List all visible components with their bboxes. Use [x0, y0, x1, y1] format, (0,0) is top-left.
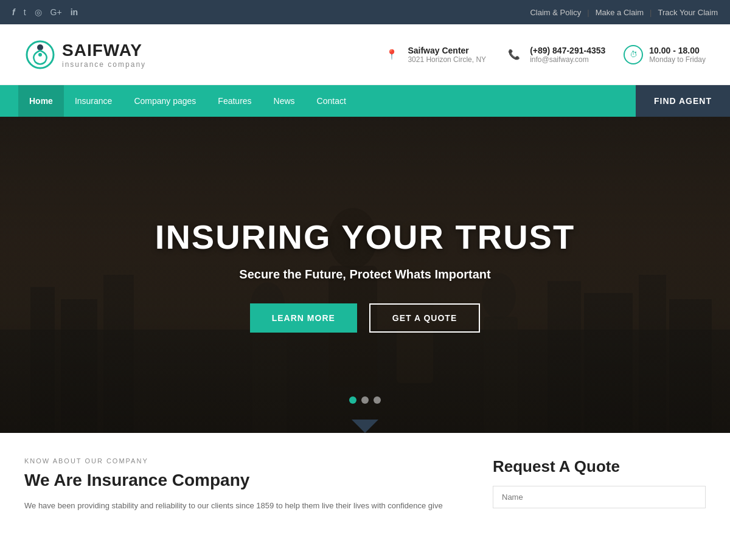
hero-subtitle: Secure the Future, Protect Whats Importa…: [155, 268, 575, 282]
twitter-link[interactable]: t: [24, 7, 26, 17]
clock-icon: ⏱: [624, 45, 643, 64]
company-title: We Are Insurance Company: [24, 471, 468, 490]
site-header: SAIFWAY insurance company 📍 Saifway Cent…: [0, 24, 730, 85]
hero-buttons: LEARN MORE GET A QUOTE: [155, 303, 575, 333]
logo-text: SAIFWAY insurance company: [62, 41, 146, 69]
email-address: info@saifway.com: [530, 55, 605, 64]
nav-features[interactable]: Features: [207, 85, 262, 117]
hours-days: Monday to Friday: [649, 55, 706, 64]
contact-hours: ⏱ 10.00 - 18.00 Monday to Friday: [624, 45, 706, 64]
dot-1[interactable]: [349, 396, 356, 404]
linkedin-link[interactable]: in: [71, 7, 78, 17]
header-contacts: 📍 Saifway Center 3021 Horizon Circle, NY…: [382, 45, 706, 64]
get-quote-button[interactable]: GET A QUOTE: [369, 303, 480, 333]
location-text: Saifway Center 3021 Horizon Circle, NY: [408, 46, 486, 64]
facebook-link[interactable]: f: [12, 7, 15, 17]
company-description: We have been providing stability and rel…: [24, 500, 468, 513]
make-claim-link[interactable]: Make a Claim: [596, 8, 644, 17]
nav-links: Home Insurance Company pages Features Ne…: [0, 85, 636, 117]
logo-name: SAIFWAY: [62, 41, 146, 60]
company-info: KNOW ABOUT OUR COMPANY We Are Insurance …: [24, 457, 468, 513]
logo-tagline: insurance company: [62, 60, 146, 69]
social-links: f t ◎ G+ in: [12, 7, 78, 17]
logo[interactable]: SAIFWAY insurance company: [24, 39, 146, 71]
contact-phone: 📞 (+89) 847-291-4353 info@saifway.com: [504, 45, 605, 64]
find-agent-button[interactable]: FIND AGENT: [636, 85, 730, 117]
learn-more-button[interactable]: LEARN MORE: [250, 303, 357, 333]
svg-point-2: [38, 53, 42, 57]
hours-text: 10.00 - 18.00 Monday to Friday: [649, 46, 706, 64]
nav-home[interactable]: Home: [18, 85, 64, 117]
hero-title: INSURING YOUR TRUST: [155, 217, 575, 257]
dot-3[interactable]: [374, 396, 381, 404]
location-icon: 📍: [382, 45, 401, 64]
hero-content: INSURING YOUR TRUST Secure the Future, P…: [155, 217, 575, 333]
divider-2: |: [650, 8, 652, 17]
hours-time: 10.00 - 18.00: [649, 46, 706, 55]
svg-point-1: [37, 44, 43, 50]
dot-2[interactable]: [361, 396, 369, 404]
nav-company-pages[interactable]: Company pages: [123, 85, 207, 117]
slider-dots: [349, 396, 381, 404]
nav-news[interactable]: News: [263, 85, 306, 117]
slider-arrow: [352, 420, 378, 433]
claim-policy-link[interactable]: Claim & Policy: [530, 8, 581, 17]
hero-section: INSURING YOUR TRUST Secure the Future, P…: [0, 117, 730, 433]
bottom-section: KNOW ABOUT OUR COMPANY We Are Insurance …: [0, 433, 730, 525]
company-label: KNOW ABOUT OUR COMPANY: [24, 457, 468, 465]
location-detail: 3021 Horizon Circle, NY: [408, 55, 486, 64]
divider-1: |: [587, 8, 589, 17]
instagram-link[interactable]: ◎: [35, 7, 42, 17]
name-input[interactable]: [493, 486, 706, 508]
googleplus-link[interactable]: G+: [50, 7, 62, 17]
nav-insurance[interactable]: Insurance: [64, 85, 123, 117]
top-nav-links: Claim & Policy | Make a Claim | Track Yo…: [530, 8, 718, 17]
phone-number: (+89) 847-291-4353: [530, 46, 605, 55]
quote-form: Request A Quote: [493, 457, 706, 513]
top-bar: f t ◎ G+ in Claim & Policy | Make a Clai…: [0, 0, 730, 24]
nav-contact[interactable]: Contact: [306, 85, 357, 117]
location-title: Saifway Center: [408, 46, 486, 55]
track-claim-link[interactable]: Track Your Claim: [658, 8, 718, 17]
phone-icon: 📞: [504, 45, 524, 64]
main-navbar: Home Insurance Company pages Features Ne…: [0, 85, 730, 117]
contact-location: 📍 Saifway Center 3021 Horizon Circle, NY: [382, 45, 486, 64]
phone-text: (+89) 847-291-4353 info@saifway.com: [530, 46, 605, 64]
quote-form-title: Request A Quote: [493, 457, 706, 476]
logo-icon: [24, 39, 56, 71]
